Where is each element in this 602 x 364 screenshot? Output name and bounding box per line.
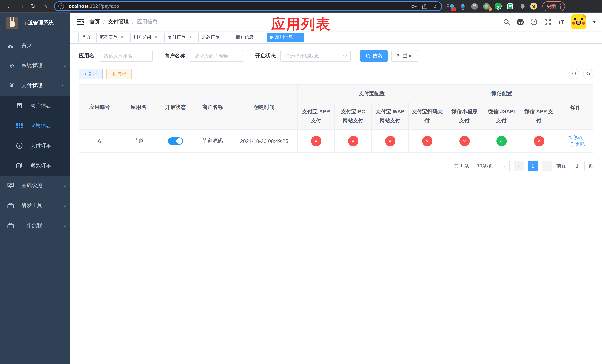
toolbox-icon: [7, 203, 16, 208]
app-name-label: 应用名: [79, 53, 94, 59]
sidebar-item-home[interactable]: 首页: [0, 36, 70, 55]
goto-page-input[interactable]: [570, 161, 585, 171]
col-wechat-mini: 微信小程序支付: [446, 102, 483, 129]
close-icon[interactable]: ×: [256, 35, 261, 40]
browser-menu-icon[interactable]: [560, 4, 561, 9]
close-icon[interactable]: ×: [119, 35, 125, 40]
monitor-icon: [7, 183, 16, 188]
url-host: localhost: [67, 3, 88, 9]
export-button[interactable]: 导出: [106, 68, 132, 79]
svg-text:?: ?: [533, 20, 535, 24]
tab-process-form[interactable]: 流程表单×: [96, 32, 128, 42]
extension-sketch-icon[interactable]: 10: [447, 3, 454, 10]
tab-label: 支付订单: [168, 34, 185, 40]
github-icon[interactable]: [516, 18, 524, 26]
status-select[interactable]: 请选择开启状态: [280, 50, 351, 62]
browser-back-button[interactable]: ←: [5, 2, 14, 11]
sidebar-item-payment[interactable]: ¥ 支付管理: [0, 75, 70, 96]
chevron-down-icon: [343, 53, 347, 57]
breadcrumb-payment[interactable]: 支付管理: [108, 19, 129, 25]
sidebar-item-refund-orders[interactable]: 退款订单: [0, 156, 70, 175]
browser-forward-button[interactable]: →: [17, 2, 26, 11]
col-status: 开启状态: [157, 85, 194, 129]
browser-home-button[interactable]: ⌂: [41, 2, 50, 11]
refresh-table-button[interactable]: ↻: [583, 69, 593, 79]
site-info-icon[interactable]: i: [58, 3, 64, 9]
tab-home[interactable]: 首页: [78, 32, 94, 42]
enabled-switch[interactable]: [168, 137, 183, 145]
extension-recorder-icon[interactable]: 1: [483, 3, 490, 10]
sidebar-item-merchant-info[interactable]: 商户信息: [0, 96, 70, 116]
fullscreen-icon[interactable]: [544, 18, 551, 26]
cell-merchant: 芋道源码: [194, 129, 231, 152]
page-size-select[interactable]: 10条/页: [473, 161, 510, 171]
share-icon[interactable]: [422, 3, 428, 9]
tab-label: 流程表单: [100, 34, 117, 40]
user-avatar[interactable]: [571, 14, 586, 29]
toggle-search-button[interactable]: [569, 69, 580, 79]
add-button[interactable]: + 新增: [79, 68, 103, 79]
close-icon[interactable]: ×: [295, 35, 300, 40]
search-icon[interactable]: [503, 18, 510, 26]
address-bar[interactable]: i localhost:1024/pay/app ☆: [54, 1, 442, 11]
merchant-name-input[interactable]: [190, 50, 243, 62]
col-alipay-wap: 支付宝 WAP 网站支付: [372, 102, 408, 129]
sidebar-item-label: 系统管理: [22, 62, 63, 69]
search-button[interactable]: 搜索: [360, 50, 388, 62]
close-icon[interactable]: ×: [154, 35, 159, 40]
edit-link[interactable]: ✎修改: [568, 134, 583, 141]
status-label: 开启状态: [255, 53, 276, 59]
chevron-down-icon: [63, 63, 66, 67]
close-icon[interactable]: ×: [222, 35, 227, 40]
download-icon: [111, 72, 116, 76]
reset-button[interactable]: ↻ 重置: [391, 50, 418, 62]
sidebar-fold-icon[interactable]: [76, 18, 85, 26]
close-icon[interactable]: ×: [188, 35, 193, 40]
extension-y-icon[interactable]: y: [495, 3, 502, 10]
next-page-button[interactable]: ›: [542, 161, 552, 171]
tab-merchant-info[interactable]: 商户信息×: [233, 32, 264, 42]
col-app-name: 应用名: [120, 85, 157, 129]
delete-link[interactable]: 删除: [570, 141, 585, 148]
app-name-input[interactable]: [99, 50, 152, 62]
tab-app-info[interactable]: 应用信息×: [267, 32, 304, 42]
font-size-icon[interactable]: ᴛT: [558, 18, 565, 26]
extension-chat-icon[interactable]: [506, 3, 514, 10]
extension-command-icon[interactable]: ⌘: [471, 3, 478, 10]
sidebar-item-workflow[interactable]: 工作流程: [0, 215, 70, 236]
password-key-icon[interactable]: [411, 3, 417, 9]
browser-update-button[interactable]: 更新: [542, 1, 565, 11]
current-page[interactable]: 1: [527, 161, 538, 171]
browser-profile-avatar[interactable]: [530, 3, 537, 10]
sidebar-item-app-info[interactable]: 应用信息: [0, 116, 70, 136]
sidebar-item-infrastructure[interactable]: 基础设施: [0, 175, 70, 195]
prev-page-button[interactable]: ‹: [514, 161, 524, 171]
goto-label: 前往: [557, 162, 566, 169]
chevron-down-icon: [504, 164, 507, 167]
tab-user-group[interactable]: 用户分组×: [130, 32, 162, 42]
breadcrumb-home[interactable]: 首页: [90, 19, 100, 25]
shop-icon: [16, 103, 25, 108]
bookmark-star-icon[interactable]: ☆: [433, 3, 438, 10]
table-toolbar: + 新增 导出 ↻: [79, 68, 593, 79]
sidebar-item-system[interactable]: ⚙ 系统管理: [0, 55, 70, 75]
dashboard-icon: [7, 43, 16, 48]
page-content: 应用名 商户名称 开启状态 请选择开启状态 搜索 ↻ 重置: [70, 44, 602, 171]
cell-app-id: 6: [79, 129, 120, 152]
tab-refund-orders[interactable]: 退款订单×: [198, 32, 230, 42]
help-question-icon[interactable]: ?: [530, 18, 538, 26]
extensions-puzzle-icon[interactable]: [518, 3, 525, 10]
page-unit-label: 页: [588, 162, 593, 169]
url-text[interactable]: localhost:1024/pay/app: [67, 3, 411, 9]
browser-reload-button[interactable]: ↻: [29, 2, 38, 11]
sidebar-logo[interactable]: 芋道管理系统: [0, 13, 70, 33]
extension-balloon-icon[interactable]: [459, 3, 466, 10]
sidebar-item-dev-tools[interactable]: 研发工具: [0, 195, 70, 215]
wechat-jsapi-status-icon: ✓: [496, 136, 507, 146]
sidebar-item-pay-orders[interactable]: ¥ 支付订单: [0, 136, 70, 156]
col-actions: 操作: [558, 85, 593, 129]
avatar-caret-icon[interactable]: [592, 21, 596, 23]
tab-pay-orders[interactable]: 支付订单×: [164, 32, 196, 42]
tab-label: 应用信息: [275, 34, 293, 40]
breadcrumb-current: 应用信息: [137, 19, 158, 25]
